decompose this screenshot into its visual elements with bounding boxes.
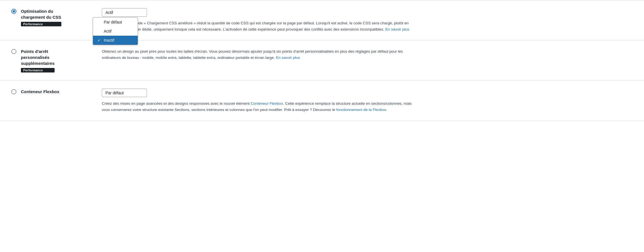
- dropdown-label-par-defaut: Par défaut: [104, 20, 122, 24]
- setting-left-breakpoints: Points d'arrêt personnalisés supplémenta…: [11, 48, 90, 72]
- setting-title-flexbox: Conteneur Flexbox: [21, 89, 59, 95]
- select-wrapper-css: Par défaut Actif Inactif: [102, 8, 633, 17]
- radio-flexbox[interactable]: [11, 89, 16, 94]
- dropdown-item-inactif[interactable]: ✓ Inactif: [93, 36, 138, 45]
- page-wrapper: Optimisation du chargement du CSS Perfor…: [0, 0, 644, 252]
- check-par-defaut: [98, 20, 101, 24]
- setting-right-css: Par défaut Actif Inactif Veuillez noter …: [102, 8, 633, 32]
- badge-css: Performance: [21, 22, 61, 26]
- check-actif: [98, 29, 101, 33]
- description-flexbox-text3: .: [386, 108, 387, 112]
- learn-more-css-link[interactable]: En savoir plus: [385, 27, 409, 31]
- dropdown-label-inactif: Inactif: [104, 38, 114, 42]
- radio-breakpoints[interactable]: [11, 49, 16, 54]
- dropdown-item-actif[interactable]: Actif: [93, 27, 138, 36]
- description-breakpoints: Obtenez un design au pixel près pour tou…: [102, 48, 413, 61]
- setting-right-breakpoints: Obtenez un design au pixel près pour tou…: [102, 48, 633, 61]
- setting-row-css-loading: Optimisation du chargement du CSS Perfor…: [0, 0, 644, 40]
- setting-title-css: Optimisation du chargement du CSS: [21, 8, 61, 20]
- setting-title-breakpoints: Points d'arrêt personnalisés supplémenta…: [21, 48, 55, 66]
- radio-css-loading[interactable]: [11, 9, 16, 14]
- flexbox-function-link[interactable]: fonctionnement de la Flexbox: [336, 108, 386, 112]
- setting-row-breakpoints: Points d'arrêt personnalisés supplémenta…: [0, 40, 644, 81]
- setting-right-flexbox: Par défaut Actif Inactif Créez des mises…: [102, 89, 633, 113]
- badge-breakpoints: Performance: [21, 68, 55, 72]
- setting-left-css: Optimisation du chargement du CSS Perfor…: [11, 8, 90, 26]
- setting-row-flexbox: Conteneur Flexbox Par défaut Actif Inact…: [0, 81, 644, 121]
- title-block-breakpoints: Points d'arrêt personnalisés supplémenta…: [21, 48, 55, 72]
- description-css-text: Veuillez noter ! Le mode « Chargement CS…: [102, 21, 409, 31]
- description-flexbox: Créez des mises en page avancées et des …: [102, 101, 413, 113]
- select-flexbox[interactable]: Par défaut Actif Inactif: [102, 89, 147, 97]
- dropdown-overlay: Par défaut Actif ✓ Inactif: [93, 17, 138, 45]
- dropdown-item-par-defaut[interactable]: Par défaut: [93, 18, 138, 27]
- learn-more-breakpoints-link[interactable]: En savoir plus: [276, 55, 300, 60]
- check-inactif: ✓: [98, 38, 101, 42]
- description-css: Veuillez noter ! Le mode « Chargement CS…: [102, 20, 413, 32]
- title-block-css: Optimisation du chargement du CSS Perfor…: [21, 8, 61, 26]
- select-wrapper-flexbox: Par défaut Actif Inactif: [102, 89, 633, 97]
- flexbox-inline-link[interactable]: Conteneur Flexbox: [251, 101, 283, 106]
- title-block-flexbox: Conteneur Flexbox: [21, 89, 59, 95]
- select-css-loading[interactable]: Par défaut Actif Inactif: [102, 8, 147, 17]
- description-flexbox-text1: Créez des mises en page avancées et des …: [102, 101, 251, 106]
- setting-left-flexbox: Conteneur Flexbox: [11, 89, 90, 95]
- description-breakpoints-text: Obtenez un design au pixel près pour tou…: [102, 49, 403, 60]
- dropdown-label-actif: Actif: [104, 29, 111, 33]
